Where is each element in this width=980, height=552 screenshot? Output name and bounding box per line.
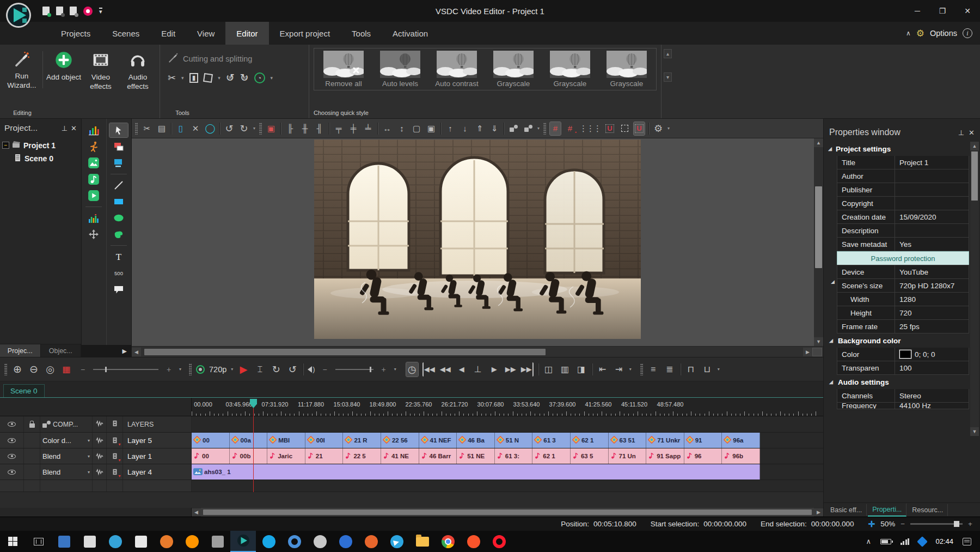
timeline-clip[interactable]: 21: [305, 448, 344, 464]
pointer-tool-icon[interactable]: [109, 123, 128, 137]
properties-tab-resourc[interactable]: Resourc...: [908, 504, 948, 516]
align-left-icon[interactable]: ╟: [285, 122, 296, 135]
chevron-down-icon[interactable]: ▾: [537, 126, 540, 131]
properties-section-project-settings[interactable]: ◢Project settings: [828, 142, 969, 156]
taskbar-app-photos[interactable]: [51, 531, 77, 552]
rewind-icon[interactable]: ◀◀: [439, 362, 451, 377]
audio-effects-button[interactable]: Audio effects: [120, 48, 155, 92]
lock-column-icon[interactable]: [29, 423, 35, 428]
fast-forward-icon[interactable]: ▶▶: [505, 362, 517, 377]
quick-style-item[interactable]: Grayscale: [601, 51, 653, 88]
layer-name[interactable]: Layer 4: [123, 464, 192, 480]
property-value[interactable]: 0; 0; 0: [895, 348, 969, 361]
timeline-clip[interactable]: Jaric: [267, 448, 305, 464]
save-project-icon[interactable]: [70, 7, 77, 15]
expand-tracks-icon[interactable]: ⊔: [701, 362, 713, 377]
taskbar-app-paint[interactable]: [205, 531, 230, 552]
task-view-button[interactable]: [26, 531, 51, 552]
filmstrip-column-icon[interactable]: [112, 420, 118, 429]
chevron-down-icon[interactable]: ▾: [88, 470, 90, 475]
pin-icon[interactable]: ⊥: [62, 124, 68, 132]
timeline-clip[interactable]: 00: [192, 448, 230, 464]
mark-out-icon[interactable]: ⇥: [613, 362, 625, 377]
layer-filmstrip-icon[interactable]: ▼: [107, 433, 123, 448]
timeline-clip[interactable]: 62 1: [571, 433, 609, 448]
taskbar-app-vsdc[interactable]: [230, 531, 256, 552]
tray-expand-icon[interactable]: ∧: [866, 537, 871, 545]
preview-quality-icon[interactable]: [196, 365, 205, 374]
timeline-clip[interactable]: 51 N: [495, 433, 533, 448]
scrollbar-thumb[interactable]: [144, 349, 546, 355]
preview-video-frame[interactable]: [314, 139, 641, 339]
timeline-clip[interactable]: 62 1: [532, 448, 571, 464]
timeline-clip[interactable]: 41 NE: [381, 448, 419, 464]
visibility-column-icon[interactable]: [8, 422, 16, 427]
paste-icon[interactable]: ▯: [175, 122, 186, 135]
timeline-clip[interactable]: 96a: [722, 433, 760, 448]
panel-tab-projec[interactable]: Projec...: [0, 344, 41, 357]
zoom-out-icon[interactable]: ⊖: [28, 362, 40, 377]
composition-header[interactable]: COMP...: [53, 421, 78, 428]
panel-tab-objec[interactable]: Objec...: [41, 344, 82, 357]
repeat-icon[interactable]: ↺: [286, 362, 298, 377]
layer-name[interactable]: Layer 5: [123, 433, 192, 448]
align-right-icon[interactable]: ╢: [314, 122, 325, 135]
timeline-clip[interactable]: 96b: [722, 448, 760, 464]
line-tool-icon[interactable]: [109, 178, 128, 192]
scrollbar-thumb[interactable]: [971, 151, 978, 201]
timeline-clip[interactable]: 63 5: [571, 448, 609, 464]
property-value[interactable]: [895, 183, 969, 196]
taskbar-app-thunderbird[interactable]: [333, 531, 358, 552]
status-zoom-slider[interactable]: [910, 523, 963, 525]
video-tool-icon[interactable]: [84, 189, 103, 203]
timeline-clip[interactable]: MBI: [267, 433, 305, 448]
zoom-plus-label[interactable]: +: [163, 362, 175, 377]
volume-minus[interactable]: −: [319, 362, 331, 377]
scroll-up-icon[interactable]: ▲: [970, 142, 979, 150]
close-button[interactable]: ✕: [955, 0, 980, 22]
skip-end-icon[interactable]: ▶▶: [521, 362, 534, 377]
ungroup-icon[interactable]: [523, 122, 534, 135]
video-effects-button[interactable]: Video effects: [83, 48, 118, 92]
text-tool-icon[interactable]: T: [109, 250, 128, 264]
timeline-clip[interactable]: 91: [684, 433, 722, 448]
add-object-button[interactable]: Add object: [46, 48, 81, 92]
zoom-reset-icon[interactable]: ◎: [44, 362, 56, 377]
chevron-down-icon[interactable]: ▾: [253, 126, 255, 131]
volume-plus[interactable]: +: [378, 362, 390, 377]
property-value[interactable]: 100: [895, 361, 969, 374]
rectangle-tool-icon[interactable]: [109, 195, 128, 209]
quick-style-item[interactable]: Auto contrast: [431, 51, 483, 88]
property-value[interactable]: 720p HD 1280x7: [895, 279, 969, 292]
snap-edges-icon[interactable]: #▪: [565, 122, 575, 135]
chevron-down-icon[interactable]: ▾: [179, 367, 181, 372]
sprite-tool-icon[interactable]: [109, 139, 128, 154]
taskbar-app-molecule-app[interactable]: [358, 531, 384, 552]
rotate-ccw-icon[interactable]: ↺90: [226, 71, 235, 84]
delete-icon[interactable]: ✕: [190, 122, 201, 135]
clone-icon[interactable]: ◯: [205, 122, 216, 135]
timeline-clip[interactable]: 22 5: [343, 448, 381, 464]
volume-slider[interactable]: [335, 369, 373, 370]
marquee-icon[interactable]: [619, 122, 630, 135]
same-height-icon[interactable]: ↕: [396, 122, 407, 135]
free-shape-tool-icon[interactable]: [109, 227, 128, 241]
tree-node-scene[interactable]: Scene 0: [13, 152, 80, 165]
scroll-up-icon[interactable]: ▴: [664, 49, 672, 58]
layer-list-icon[interactable]: ≡: [647, 362, 659, 377]
layer-track[interactable]: ahs03_ 1: [192, 464, 823, 480]
new-project-icon[interactable]: [42, 7, 50, 15]
pin-icon[interactable]: ⊥: [958, 129, 964, 137]
layer-filmstrip-icon[interactable]: ▼: [107, 464, 123, 480]
zoom-minus-label[interactable]: −: [77, 362, 89, 377]
quick-style-item[interactable]: Grayscale: [487, 51, 540, 88]
preview-horizontal-scrollbar[interactable]: ◀ ▶: [132, 346, 823, 357]
timeline-clip[interactable]: 96: [684, 448, 722, 464]
property-value[interactable]: 15/09/2020: [895, 210, 969, 223]
fit-scene-icon[interactable]: ▣: [426, 122, 437, 135]
customize-qat-icon[interactable]: ▾: [99, 8, 102, 14]
layer-blend-mode-select[interactable]: Color d...▾: [40, 433, 93, 448]
toolbox-collapse-strip[interactable]: ▶: [82, 345, 131, 357]
quick-style-item[interactable]: Grayscale: [544, 51, 596, 88]
timeline-clip[interactable]: 51 NE: [457, 448, 495, 464]
